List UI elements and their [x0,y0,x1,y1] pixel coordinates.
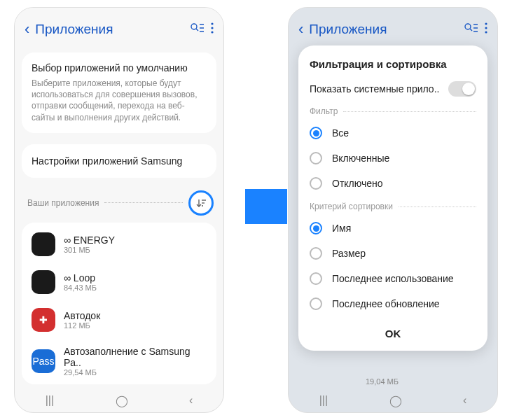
dialog-heading: Фильтрация и сортировка [310,58,476,70]
home-icon[interactable]: ◯ [116,394,128,407]
radio-icon [310,152,322,164]
app-size: 112 МБ [64,321,100,330]
radio-icon [310,127,322,139]
svg-point-7 [211,31,213,33]
arrow-indicator [245,189,287,224]
radio-option[interactable]: Имя [310,216,476,241]
radio-label: Включенные [332,153,389,164]
sort-group-label: Критерий сортировки [310,202,476,211]
app-icon [32,232,55,256]
toggle-label: Показать системные прило.. [310,83,439,94]
filter-sort-dialog: Фильтрация и сортировка Показать системн… [298,46,487,351]
radio-icon [310,298,322,310]
radio-option[interactable]: Последнее обновление [310,291,476,316]
app-size: 29,54 МБ [64,368,207,377]
your-apps-header: Ваши приложения [27,190,214,216]
card-desc: Выберите приложения, которые будут испол… [32,78,207,123]
radio-icon [310,272,322,285]
phone-right: ‹ Приложения 19,04 МБ ||| ◯ ‹ Фильтрация… [288,7,498,413]
radio-icon [310,247,322,260]
card-title: Выбор приложений по умолчанию [32,62,207,74]
app-list: ∞ ENERGY 301 МБ ∞ Loop 84,43 МБ✚ Автодок… [22,223,216,384]
app-row[interactable]: ∞ ENERGY 301 МБ [22,225,216,263]
divider [104,202,183,203]
app-name: Автодок [64,310,100,321]
filter-group-label: Фильтр [310,106,476,116]
app-size: 301 МБ [64,246,115,254]
radio-label: Отключено [332,178,383,189]
phone-left: ‹ Приложения Выбор приложений по умолчан… [14,7,224,413]
radio-label: Последнее использование [332,273,454,284]
more-icon[interactable] [211,22,214,36]
sort-filter-button[interactable] [188,190,214,216]
recents-icon[interactable]: ||| [46,394,54,407]
app-row[interactable]: ✚ Автодок 112 МБ [22,301,216,339]
svg-line-1 [196,29,198,31]
app-name: Автозаполнение с Samsung Pa.. [64,346,207,368]
app-icon: Pass [32,349,55,373]
radio-option[interactable]: Все [310,120,476,146]
section-label: Ваши приложения [27,198,99,208]
radio-label: Последнее обновление [332,298,440,309]
app-row[interactable]: ❋ Автоматический рисунок 22,77 МБ [22,384,216,384]
app-header: ‹ Приложения [15,8,223,47]
default-apps-card[interactable]: Выбор приложений по умолчанию Выберите п… [22,52,216,133]
show-system-apps-row[interactable]: Показать системные прило.. [310,81,476,97]
app-icon: ✚ [32,308,55,332]
radio-icon [310,177,322,190]
samsung-apps-card[interactable]: Настройки приложений Samsung [22,144,216,178]
radio-label: Все [332,127,349,139]
svg-point-0 [191,24,197,29]
radio-label: Имя [332,223,351,234]
app-size: 84,43 МБ [64,284,97,292]
back-nav-icon[interactable]: ‹ [189,394,193,407]
app-icon [32,270,55,294]
radio-option[interactable]: Включенные [310,146,476,171]
card-title: Настройки приложений Samsung [32,155,207,167]
ok-button[interactable]: OK [310,316,476,351]
svg-point-6 [211,27,213,29]
radio-option[interactable]: Последнее использование [310,266,476,291]
android-navbar: ||| ◯ ‹ [15,388,223,412]
radio-option[interactable]: Отключено [310,171,476,196]
radio-label: Размер [332,248,366,259]
radio-option[interactable]: Размер [310,241,476,266]
page-title: Приложения [35,22,183,37]
search-settings-icon[interactable] [190,22,204,36]
svg-point-5 [211,22,213,24]
back-icon[interactable]: ‹ [25,20,29,38]
app-row[interactable]: Pass Автозаполнение с Samsung Pa.. 29,54… [22,339,216,384]
app-name: ∞ ENERGY [64,234,115,246]
toggle-switch[interactable] [448,81,476,97]
app-row[interactable]: ∞ Loop 84,43 МБ [22,263,216,301]
radio-icon [310,222,322,234]
dialog-overlay: Фильтрация и сортировка Показать системн… [289,8,497,412]
app-name: ∞ Loop [64,272,97,284]
